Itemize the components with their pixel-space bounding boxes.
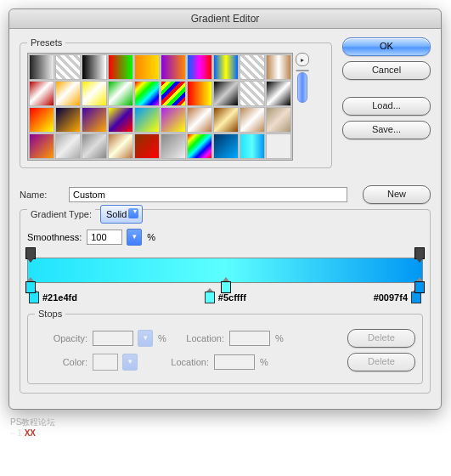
presets-legend: Presets — [27, 37, 65, 48]
stop-swatch-icon — [411, 292, 421, 303]
preset-swatch[interactable] — [134, 107, 160, 133]
preset-swatch[interactable] — [108, 107, 133, 133]
opacity-input — [93, 331, 133, 346]
preset-swatch[interactable] — [266, 107, 291, 133]
preset-swatch[interactable] — [161, 107, 186, 133]
preset-swatch[interactable] — [82, 107, 107, 133]
preset-swatch[interactable] — [161, 81, 186, 106]
preset-swatch[interactable] — [108, 81, 133, 106]
preset-swatch[interactable] — [187, 107, 212, 133]
preset-swatch[interactable] — [82, 133, 107, 159]
color-location-input — [214, 354, 255, 370]
new-button[interactable]: New — [363, 185, 431, 204]
stops-legend: Stops — [35, 309, 65, 319]
preset-swatch[interactable] — [161, 133, 186, 159]
preset-swatch[interactable] — [240, 107, 265, 133]
stop-swatch-icon — [205, 292, 215, 303]
preset-swatch[interactable] — [187, 81, 212, 106]
opacity-dropdown-icon: ▾ — [138, 330, 153, 347]
preset-swatch[interactable] — [266, 133, 291, 159]
scroll-thumb[interactable] — [297, 72, 307, 103]
preset-swatch[interactable] — [213, 107, 239, 133]
preset-swatch[interactable] — [55, 107, 81, 133]
gradient-type-label: Gradient Type: — [27, 209, 95, 219]
stop-hex-right: #0097f4 — [374, 292, 408, 303]
watermark-xx: XX — [25, 428, 36, 438]
opacity-delete-button: Delete — [347, 329, 415, 348]
stop-hex-left: #21e4fd — [42, 292, 77, 303]
preset-swatch[interactable] — [161, 54, 186, 80]
location-label: Location: — [173, 333, 224, 343]
color-stop[interactable] — [414, 281, 425, 293]
window-title: Gradient Editor — [191, 13, 260, 25]
presets-grid[interactable] — [27, 53, 293, 161]
preset-swatch[interactable] — [29, 54, 54, 80]
preset-swatch[interactable] — [134, 54, 160, 80]
percent-sign: % — [147, 232, 155, 242]
preset-swatch[interactable] — [108, 54, 133, 80]
watermark-line1: PS教程论坛 — [10, 416, 443, 428]
cancel-button[interactable]: Cancel — [342, 61, 431, 80]
presets-group: Presets — [20, 37, 332, 168]
location-label: Location: — [158, 357, 209, 367]
smoothness-label: Smoothness: — [27, 232, 82, 242]
color-delete-button: Delete — [347, 353, 415, 371]
color-label: Color: — [35, 357, 87, 367]
watermark: PS教程论坛 ·· 1·XX — [8, 415, 443, 438]
gradient-type-group: Gradient Type: Solid Smoothness: ▾ % #21 — [20, 209, 431, 394]
preset-swatch[interactable] — [55, 54, 81, 80]
preset-swatch[interactable] — [29, 81, 54, 106]
gradient-type-select[interactable]: Solid — [100, 205, 143, 224]
presets-scrollbar[interactable] — [296, 70, 309, 71]
color-stop[interactable] — [25, 281, 36, 293]
gradient-type-value: Solid — [106, 209, 127, 219]
ok-button[interactable]: OK — [342, 37, 431, 56]
smoothness-dropdown-icon[interactable]: ▾ — [127, 229, 142, 246]
preset-swatch[interactable] — [213, 54, 239, 80]
color-stop[interactable] — [221, 281, 231, 293]
preset-swatch[interactable] — [134, 133, 160, 159]
gradient-bar[interactable] — [27, 258, 423, 283]
preset-swatch[interactable] — [29, 133, 54, 159]
smoothness-input[interactable] — [87, 230, 122, 245]
save-button[interactable]: Save... — [342, 121, 431, 139]
preset-swatch[interactable] — [55, 133, 81, 159]
preset-swatch[interactable] — [134, 81, 160, 106]
presets-flyout-icon[interactable]: ▸ — [296, 53, 309, 66]
opacity-location-input — [229, 331, 270, 346]
preset-swatch[interactable] — [187, 133, 212, 159]
name-label: Name: — [20, 190, 64, 200]
preset-swatch[interactable] — [82, 54, 107, 80]
preset-swatch[interactable] — [108, 133, 133, 159]
gradient-editor-dialog: Gradient Editor Presets — [8, 8, 442, 410]
stop-swatch-icon — [29, 292, 39, 303]
color-dropdown-icon: ▾ — [122, 354, 138, 371]
preset-swatch[interactable] — [240, 133, 265, 159]
preset-swatch[interactable] — [266, 81, 291, 106]
preset-swatch[interactable] — [240, 81, 265, 106]
preset-swatch[interactable] — [82, 81, 107, 106]
percent-sign: % — [275, 333, 285, 343]
opacity-label: Opacity: — [35, 333, 87, 343]
title-bar[interactable]: Gradient Editor — [9, 9, 441, 29]
preset-swatch[interactable] — [213, 133, 239, 159]
preset-swatch[interactable] — [240, 54, 265, 80]
percent-sign: % — [158, 333, 168, 343]
load-button[interactable]: Load... — [342, 97, 431, 116]
watermark-faded: ·· 1· — [10, 428, 25, 438]
preset-swatch[interactable] — [213, 81, 239, 106]
preset-swatch[interactable] — [29, 107, 54, 133]
preset-swatch[interactable] — [266, 54, 291, 80]
preset-swatch[interactable] — [187, 54, 212, 80]
preset-swatch[interactable] — [55, 81, 81, 106]
percent-sign: % — [260, 357, 270, 367]
stop-hex-middle: #5cffff — [218, 292, 246, 303]
opacity-stop[interactable] — [25, 247, 36, 259]
name-input[interactable] — [69, 187, 347, 202]
stops-group: Stops Opacity: ▾ % Location: % Delete Co… — [27, 309, 423, 384]
color-swatch — [93, 354, 118, 371]
opacity-stop[interactable] — [414, 247, 425, 259]
